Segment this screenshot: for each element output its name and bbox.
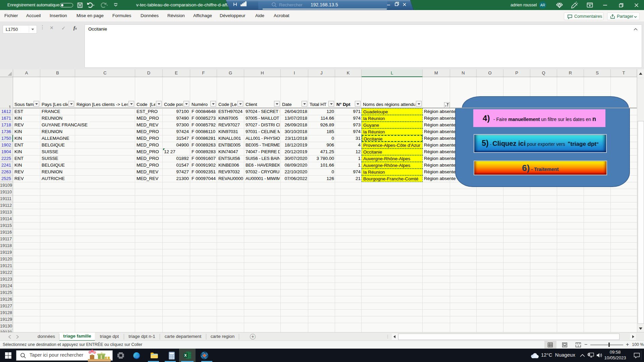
- svg-text:X: X: [184, 353, 187, 357]
- svg-text:192.168.13.5: 192.168.13.5: [311, 2, 338, 7]
- svg-text:Rechercher: Rechercher: [279, 2, 303, 7]
